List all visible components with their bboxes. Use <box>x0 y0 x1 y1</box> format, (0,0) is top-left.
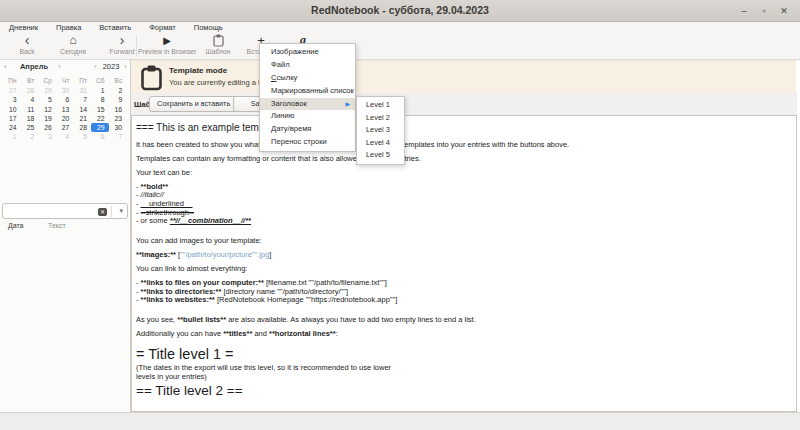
calendar-day[interactable]: 24 <box>3 123 21 132</box>
next-month-icon[interactable]: › <box>58 62 61 71</box>
submenu-item-level-3[interactable]: Level 3 <box>357 124 404 137</box>
calendar-day[interactable]: 12 <box>38 105 56 114</box>
today-label: Сегодня <box>50 48 96 55</box>
calendar-day-header: Пн <box>3 76 21 85</box>
calendar-day-selected[interactable]: 29 <box>91 123 109 132</box>
calendar-day[interactable]: 23 <box>109 114 127 123</box>
insert-menu-item-file[interactable]: Файл <box>260 59 355 72</box>
close-button[interactable]: ✕ <box>774 6 794 16</box>
prev-month-icon[interactable]: ‹ <box>4 62 7 71</box>
titlebar: RedNotebook - суббота, 29.04.2023 –▫✕ <box>0 0 800 22</box>
calendar-day[interactable]: 14 <box>73 105 91 114</box>
insert-menu-item-datetime[interactable]: Дату/время <box>260 123 355 136</box>
calendar-day[interactable]: 3 <box>38 132 56 141</box>
calendar-day[interactable]: 1 <box>3 132 21 141</box>
calendar-day[interactable]: 18 <box>21 114 39 123</box>
calendar-day[interactable]: 15 <box>91 105 109 114</box>
editor-line: - **links to websites:** [RedNotebook Ho… <box>136 296 796 305</box>
calendar-day[interactable]: 3 <box>3 95 21 104</box>
preview-in-browser-button[interactable]: ▶ Preview in Browser <box>138 34 196 59</box>
calendar-header: ‹ Апрель › ‹ 2023 › <box>0 62 130 74</box>
calendar-day[interactable]: 27 <box>3 86 21 95</box>
submenu-item-level-2[interactable]: Level 2 <box>357 112 404 125</box>
calendar-day[interactable]: 6 <box>56 95 74 104</box>
calendar-day[interactable]: 21 <box>73 114 91 123</box>
back-button[interactable]: ‹ Back <box>8 34 46 59</box>
menubar-item-journal[interactable]: Дневник <box>0 22 47 33</box>
minimize-button[interactable]: – <box>734 6 754 16</box>
editor-heading: == Title level 2 == <box>136 381 796 400</box>
search-input[interactable] <box>5 205 100 217</box>
calendar-day-headers: ПнВтСрЧтПтСбВс <box>3 76 126 85</box>
calendar-day[interactable]: 8 <box>91 95 109 104</box>
calendar-day[interactable]: 31 <box>73 86 91 95</box>
calendar-day[interactable]: 25 <box>21 123 39 132</box>
editor-line: - //italic// <box>136 191 796 200</box>
menubar-item-edit[interactable]: Правка <box>47 22 90 33</box>
editor-line: You can link to almost everything: <box>136 265 796 274</box>
prev-year-icon[interactable]: ‹ <box>94 62 97 71</box>
submenu-item-level-1[interactable]: Level 1 <box>357 99 404 112</box>
insert-menu-item-image[interactable]: Изображение <box>260 46 355 59</box>
editor-line: - **bold** <box>136 183 796 192</box>
calendar-day[interactable]: 10 <box>3 105 21 114</box>
calendar-day[interactable]: 27 <box>56 123 74 132</box>
today-button[interactable]: ⌂ Сегодня <box>50 34 96 59</box>
submenu-item-level-4[interactable]: Level 4 <box>357 137 404 150</box>
tab-text[interactable]: Текст <box>48 222 66 229</box>
calendar-day[interactable]: 9 <box>109 95 127 104</box>
editor-line: **Images:** [""/path/to/your/picture"".j… <box>136 251 796 260</box>
calendar-day[interactable]: 26 <box>38 123 56 132</box>
calendar-day[interactable]: 7 <box>109 132 127 141</box>
insert-menu-item-link[interactable]: Ссылку <box>260 72 355 85</box>
template-button[interactable]: Шаблон <box>198 34 238 59</box>
calendar-day[interactable]: 13 <box>56 105 74 114</box>
calendar-day[interactable]: 5 <box>38 95 56 104</box>
calendar-day[interactable]: 11 <box>21 105 39 114</box>
toolbar-separator <box>136 36 137 57</box>
calendar-day[interactable]: 16 <box>109 105 127 114</box>
calendar-day[interactable]: 17 <box>3 114 21 123</box>
clear-search-icon[interactable]: ✕ <box>98 208 107 216</box>
insert-menu-item-bullet-list[interactable]: Маркированный список <box>260 85 355 98</box>
editor-line: Your text can be: <box>136 169 796 178</box>
maximize-button[interactable]: ▫ <box>754 6 774 16</box>
calendar-day[interactable]: 6 <box>91 132 109 141</box>
calendar-day[interactable]: 2 <box>21 132 39 141</box>
calendar-day[interactable]: 4 <box>21 95 39 104</box>
calendar-day[interactable]: 4 <box>56 132 74 141</box>
insert-menu-item-line-break[interactable]: Перенос строки <box>260 136 355 149</box>
calendar-day[interactable]: 28 <box>21 86 39 95</box>
play-icon: ▶ <box>138 34 196 47</box>
calendar-day[interactable]: 19 <box>38 114 56 123</box>
calendar-day[interactable]: 28 <box>73 123 91 132</box>
editor-line: It has been created to show you what can… <box>136 141 796 150</box>
home-icon: ⌂ <box>50 34 96 47</box>
calendar-day[interactable]: 30 <box>109 123 127 132</box>
insert-menu-item-line[interactable]: Линию <box>260 110 355 123</box>
editor-content[interactable]: === This is an example template ===It ha… <box>131 115 797 412</box>
menubar-item-help[interactable]: Помощь <box>185 22 232 33</box>
editor-line: You can add images to your template: <box>136 237 796 246</box>
calendar-day[interactable]: 7 <box>73 95 91 104</box>
next-year-icon[interactable]: › <box>124 62 127 71</box>
clipboard-banner-icon <box>140 65 163 95</box>
calendar-day[interactable]: 2 <box>109 86 127 95</box>
calendar-day[interactable]: 22 <box>91 114 109 123</box>
menubar-item-insert[interactable]: Вставить <box>90 22 140 33</box>
toolbar: ‹ Back ⌂ Сегодня › Forward ▶ Preview in … <box>0 33 800 60</box>
calendar-day[interactable]: 1 <box>91 86 109 95</box>
calendar-day[interactable]: 30 <box>56 86 74 95</box>
insert-menu: ИзображениеФайлСсылкуМаркированный списо… <box>259 43 356 152</box>
calendar-day-header: Вт <box>21 76 39 85</box>
calendar-day[interactable]: 20 <box>56 114 74 123</box>
search-dropdown-icon[interactable]: ▾ <box>119 207 123 215</box>
insert-menu-item-heading[interactable]: Заголовок▶ <box>260 98 355 111</box>
save-and-insert-button[interactable]: Сохранить и вставить <box>149 96 238 112</box>
tab-date[interactable]: Дата <box>8 222 24 229</box>
submenu-item-level-5[interactable]: Level 5 <box>357 149 404 162</box>
calendar-day[interactable]: 29 <box>38 86 56 95</box>
menubar-item-format[interactable]: Формат <box>140 22 185 33</box>
calendar-day[interactable]: 5 <box>73 132 91 141</box>
search-entry: ✕ ▾ <box>2 203 128 219</box>
